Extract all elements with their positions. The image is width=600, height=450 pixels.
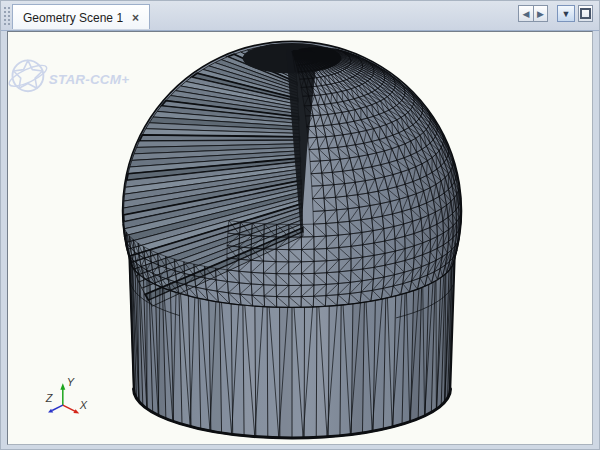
down-triangle-icon: ▼ xyxy=(562,9,571,19)
left-triangle-icon: ◀ xyxy=(523,9,530,19)
axis-x-label: X xyxy=(79,399,88,411)
tab-bar-controls: ◀ ▶ ▼ xyxy=(518,5,593,22)
maximize-button[interactable] xyxy=(578,5,593,22)
tab-close-icon[interactable]: × xyxy=(131,13,140,23)
axis-y-label: Y xyxy=(67,376,75,388)
scene-window: Geometry Scene 1 × ◀ ▶ ▼ xyxy=(0,0,600,450)
geometry-mesh[interactable] xyxy=(123,41,462,438)
scroll-tabs-right-button[interactable]: ▶ xyxy=(533,5,548,22)
tab-label: Geometry Scene 1 xyxy=(23,11,123,25)
dock-grip-handle[interactable] xyxy=(3,6,10,26)
scroll-tabs-left-button[interactable]: ◀ xyxy=(518,5,533,22)
right-triangle-icon: ▶ xyxy=(537,9,544,19)
scene-viewport[interactable]: STAR-CCM+ Y X Z xyxy=(7,31,593,445)
scene-tab-bar: Geometry Scene 1 × ◀ ▶ ▼ xyxy=(1,1,599,31)
tab-geometry-scene-1[interactable]: Geometry Scene 1 × xyxy=(12,4,150,29)
scene-canvas[interactable]: STAR-CCM+ Y X Z xyxy=(8,32,592,444)
square-outline-icon xyxy=(580,8,591,19)
logo-text: STAR-CCM+ xyxy=(49,72,129,87)
window-list-dropdown-button[interactable]: ▼ xyxy=(557,5,575,22)
axis-z-label: Z xyxy=(45,392,53,404)
